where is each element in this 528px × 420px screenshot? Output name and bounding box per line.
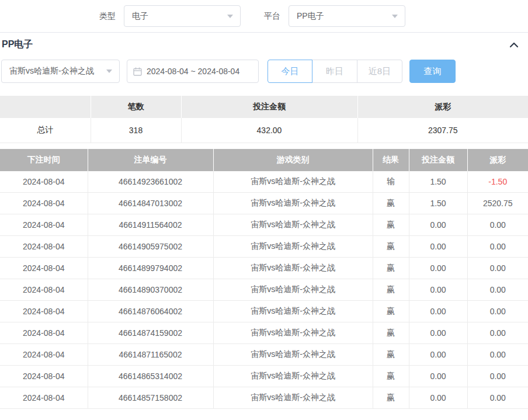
bet-table-cell: 0.00 xyxy=(409,387,467,409)
col-payout: 派彩 xyxy=(467,149,528,171)
bet-table-cell: 赢 xyxy=(373,236,409,258)
bet-table-cell: 宙斯vs哈迪斯-众神之战 xyxy=(213,236,373,258)
bet-table-cell: 宙斯vs哈迪斯-众神之战 xyxy=(213,279,373,301)
bet-table-cell: 0.00 xyxy=(467,387,528,409)
bet-table-cell: 0.00 xyxy=(467,214,528,236)
search-button[interactable]: 查询 xyxy=(409,60,456,83)
bet-table-cell: 赢 xyxy=(373,344,409,366)
platform-label: 平台 xyxy=(264,11,280,22)
bet-table-cell: 赢 xyxy=(373,366,409,387)
col-result: 结果 xyxy=(373,149,409,171)
date-range-input[interactable]: 2024-08-04 ~ 2024-08-04 xyxy=(127,60,259,83)
bet-table-cell: 赢 xyxy=(373,214,409,236)
col-bet-id: 注单编号 xyxy=(88,149,213,171)
bet-table-cell: 0.00 xyxy=(409,214,467,236)
summary-total-bet-amount: 432.00 xyxy=(181,118,357,143)
bet-table-cell: 0.00 xyxy=(467,258,528,279)
query-toolbar: 宙斯vs哈迪斯-众神之战 2024-08-04 ~ 2024-08-04 今日 … xyxy=(1,60,528,83)
bet-table-body: 2024-08-0446614923661002宙斯vs哈迪斯-众神之战输1.5… xyxy=(0,171,528,409)
chevron-up-icon xyxy=(509,41,519,48)
calendar-icon xyxy=(133,67,142,76)
bet-table-cell: 0.00 xyxy=(409,301,467,322)
col-game-category: 游戏类别 xyxy=(213,149,373,171)
bet-table-row: 2024-08-0446614899794002宙斯vs哈迪斯-众神之战赢0.0… xyxy=(0,258,528,279)
summary-table: 笔数 投注金额 派彩 总计 318 432.00 2307.75 xyxy=(0,96,528,143)
bet-table-cell: 2024-08-04 xyxy=(0,301,88,322)
bet-table-cell: 宙斯vs哈迪斯-众神之战 xyxy=(213,214,373,236)
summary-col-blank xyxy=(0,96,91,118)
date-range-value: 2024-08-04 ~ 2024-08-04 xyxy=(147,67,239,76)
bet-table-row: 2024-08-0446614905975002宙斯vs哈迪斯-众神之战赢0.0… xyxy=(0,236,528,258)
bet-table-row: 2024-08-0446614911564002宙斯vs哈迪斯-众神之战赢0.0… xyxy=(0,214,528,236)
bet-table-cell: 宙斯vs哈迪斯-众神之战 xyxy=(213,387,373,409)
summary-total-label: 总计 xyxy=(0,118,91,143)
summary-total-payout: 2307.75 xyxy=(357,118,528,143)
bet-records-table: 下注时间 注单编号 游戏类别 结果 投注金额 派彩 2024-08-044661… xyxy=(0,149,528,409)
bet-table-cell: 宙斯vs哈迪斯-众神之战 xyxy=(213,366,373,387)
bet-table-cell: 1.50 xyxy=(409,193,467,214)
bet-table-cell: 宙斯vs哈迪斯-众神之战 xyxy=(213,301,373,322)
bet-table-cell: 0.00 xyxy=(409,322,467,344)
yesterday-button[interactable]: 昨日 xyxy=(312,60,357,83)
bet-table-row: 2024-08-0446614923661002宙斯vs哈迪斯-众神之战输1.5… xyxy=(0,171,528,193)
caret-down-icon xyxy=(227,15,233,18)
bet-table-cell: 赢 xyxy=(373,322,409,344)
bet-table-cell: 0.00 xyxy=(467,279,528,301)
summary-col-bet-amount: 投注金额 xyxy=(181,96,357,118)
bet-table-cell: 46614874159002 xyxy=(88,322,213,344)
bet-table-cell: 46614911564002 xyxy=(88,214,213,236)
bet-table-cell: 宙斯vs哈迪斯-众神之战 xyxy=(213,171,373,193)
summary-col-payout: 派彩 xyxy=(357,96,528,118)
bet-table-cell: 宙斯vs哈迪斯-众神之战 xyxy=(213,193,373,214)
section-title: PP电子 xyxy=(2,39,33,51)
bet-table-cell: 0.00 xyxy=(409,258,467,279)
caret-down-icon xyxy=(392,15,398,18)
bet-table-cell: 宙斯vs哈迪斯-众神之战 xyxy=(213,322,373,344)
col-bet-time: 下注时间 xyxy=(0,149,88,171)
today-button[interactable]: 今日 xyxy=(268,60,312,83)
bet-table-cell: 0.00 xyxy=(467,301,528,322)
last8days-button[interactable]: 近8日 xyxy=(357,60,402,83)
game-select-value: 宙斯vs哈迪斯-众神之战 xyxy=(9,66,94,77)
bet-table-row: 2024-08-0446614871165002宙斯vs哈迪斯-众神之战赢0.0… xyxy=(0,344,528,366)
bet-table-cell: 46614857158002 xyxy=(88,387,213,409)
section-header: PP电子 xyxy=(0,33,528,57)
bet-table-cell: -1.50 xyxy=(467,171,528,193)
platform-select[interactable]: PP电子 xyxy=(289,5,405,27)
bet-table-row: 2024-08-0446614890370002宙斯vs哈迪斯-众神之战赢0.0… xyxy=(0,279,528,301)
type-label: 类型 xyxy=(99,11,116,22)
caret-down-icon xyxy=(106,70,112,73)
bet-table-header-row: 下注时间 注单编号 游戏类别 结果 投注金额 派彩 xyxy=(0,149,528,171)
bet-table-cell: 46614923661002 xyxy=(88,171,213,193)
bet-table-cell: 宙斯vs哈迪斯-众神之战 xyxy=(213,344,373,366)
bet-table-cell: 46614899794002 xyxy=(88,258,213,279)
bet-table-cell: 2024-08-04 xyxy=(0,344,88,366)
platform-section: PP电子 宙斯vs哈迪斯-众神之战 2024-08-04 ~ 2024-08-0… xyxy=(0,32,528,409)
bet-table-cell: 0.00 xyxy=(467,322,528,344)
bet-table-cell: 2024-08-04 xyxy=(0,214,88,236)
bet-table-cell: 1.50 xyxy=(409,171,467,193)
bet-table-cell: 2024-08-04 xyxy=(0,236,88,258)
summary-total-row: 总计 318 432.00 2307.75 xyxy=(0,118,528,143)
bet-table-row: 2024-08-0446614865314002宙斯vs哈迪斯-众神之战赢0.0… xyxy=(0,366,528,387)
bet-table-cell: 0.00 xyxy=(467,344,528,366)
platform-select-value: PP电子 xyxy=(297,11,324,22)
bet-table-cell: 46614871165002 xyxy=(88,344,213,366)
game-select[interactable]: 宙斯vs哈迪斯-众神之战 xyxy=(1,60,120,83)
summary-header-row: 笔数 投注金额 派彩 xyxy=(0,96,528,118)
bet-table-row: 2024-08-0446614847013002宙斯vs哈迪斯-众神之战赢1.5… xyxy=(0,193,528,214)
bet-table-cell: 2024-08-04 xyxy=(0,279,88,301)
bet-table-cell: 0.00 xyxy=(409,236,467,258)
top-filter-bar: 类型 电子 平台 PP电子 xyxy=(0,0,528,32)
bet-table-cell: 2024-08-04 xyxy=(0,258,88,279)
bet-table-cell: 46614890370002 xyxy=(88,279,213,301)
type-select-value: 电子 xyxy=(132,11,148,22)
bet-table-cell: 0.00 xyxy=(409,344,467,366)
type-select[interactable]: 电子 xyxy=(124,5,241,27)
bet-table-cell: 0.00 xyxy=(467,366,528,387)
bet-table-cell: 2024-08-04 xyxy=(0,193,88,214)
bet-table-cell: 2024-08-04 xyxy=(0,387,88,409)
collapse-button[interactable] xyxy=(509,41,519,48)
bet-table-row: 2024-08-0446614876064002宙斯vs哈迪斯-众神之战赢0.0… xyxy=(0,301,528,322)
bet-table-cell: 赢 xyxy=(373,258,409,279)
